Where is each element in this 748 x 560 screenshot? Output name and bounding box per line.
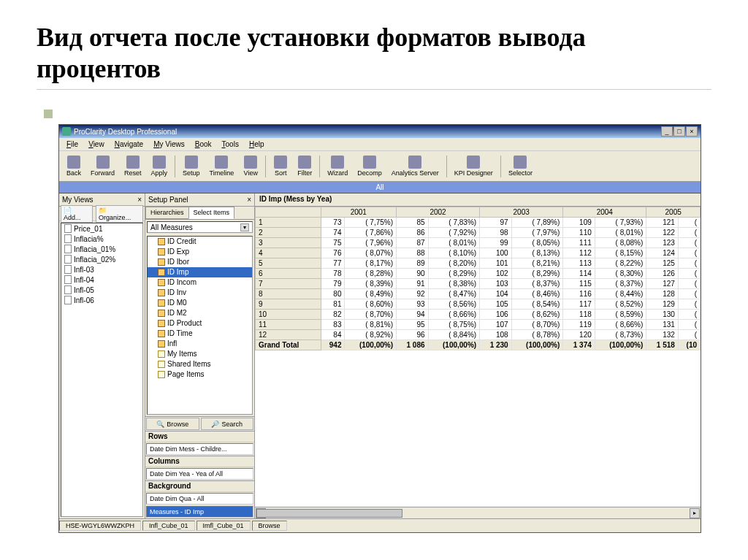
row-header[interactable]: 9 — [256, 299, 321, 310]
toolbar-view-button[interactable]: View — [239, 155, 262, 177]
row-header[interactable]: 2 — [256, 228, 321, 238]
menu-book[interactable]: Book — [191, 139, 216, 149]
close-icon[interactable]: × — [247, 196, 251, 204]
toolbar-filter-button[interactable]: Filter — [293, 155, 316, 177]
list-item[interactable]: Inflacia% — [61, 234, 142, 244]
background-value-selected[interactable]: Measures - ID Imp — [146, 506, 253, 518]
toolbar-kpi-designer-button[interactable]: KPI Designer — [450, 155, 497, 177]
row-header[interactable]: 12 — [256, 330, 321, 340]
cell-pct: ( 8,21%) — [511, 258, 563, 269]
column-header[interactable]: 2001 — [321, 207, 396, 218]
cell-value: 76 — [321, 248, 345, 258]
tree-item[interactable]: ID Imp — [148, 267, 252, 277]
list-item[interactable]: Inflacia_02% — [61, 254, 142, 264]
columns-value[interactable]: Date Dim Yea - Yea of All — [146, 468, 253, 480]
tree-item[interactable]: ID Time — [148, 329, 252, 339]
toolbar-reset-button[interactable]: Reset — [120, 155, 146, 177]
tab-select-items[interactable]: Select Items — [188, 207, 235, 219]
row-header[interactable]: 1 — [256, 218, 321, 228]
measures-combo[interactable]: All Measures▾ — [147, 221, 253, 233]
toolbar-decomp-button[interactable]: Decomp — [353, 155, 386, 177]
tree-item[interactable]: Shared Items — [148, 359, 252, 369]
background-value[interactable]: Date Dim Qua - All — [146, 493, 253, 505]
horizontal-scrollbar[interactable]: ◂ ▸ — [255, 507, 701, 518]
column-header[interactable]: 2003 — [480, 207, 563, 218]
cell-value: 82 — [321, 310, 345, 320]
menu-navigate[interactable]: Navigate — [110, 139, 148, 149]
add-view-button[interactable]: 📄 Add... — [61, 205, 93, 223]
row-header[interactable]: 4 — [256, 248, 321, 258]
toolbar-sort-button[interactable]: Sort — [269, 155, 292, 177]
toolbar-selector-button[interactable]: Selector — [504, 155, 537, 177]
row-header[interactable]: 5 — [256, 258, 321, 269]
row-header[interactable]: 7 — [256, 279, 321, 289]
statusbar: HSE-WGYL6WWZKPHInfl_Cube_01Imfl_Cube_01B… — [59, 518, 701, 532]
cell-value: 83 — [321, 320, 345, 330]
toolbar-wizard-button[interactable]: Wizard — [323, 155, 352, 177]
tree-item[interactable]: Page Items — [148, 369, 252, 380]
tree-item[interactable]: ID Product — [148, 318, 252, 329]
tree-item[interactable]: ID Incom — [148, 277, 252, 288]
close-icon[interactable]: × — [137, 196, 142, 204]
tree-item[interactable]: ID Inv — [148, 288, 252, 298]
close-button[interactable]: × — [686, 126, 698, 137]
row-header[interactable]: 3 — [256, 238, 321, 248]
cell-pct: ( 8,52%) — [595, 299, 646, 310]
timeline-icon — [215, 156, 228, 169]
tree-item[interactable]: ID M2 — [148, 308, 252, 318]
row-header[interactable]: 10 — [256, 310, 321, 320]
rows-value[interactable]: Date Dim Mess - Childre... — [146, 443, 253, 455]
scroll-thumb[interactable] — [256, 509, 402, 518]
row-header[interactable]: 8 — [256, 289, 321, 299]
organize-button[interactable]: 📁 Organize... — [96, 205, 143, 223]
menu-view[interactable]: View — [84, 139, 109, 149]
tab-hierarchies[interactable]: Hierarchies — [145, 207, 189, 219]
column-header[interactable]: 2002 — [397, 207, 480, 218]
data-grid-panel: ID Imp (Mess by Yea) 2001200220032004200… — [255, 193, 701, 518]
toolbar-timeline-button[interactable]: Timeline — [205, 155, 239, 177]
row-header[interactable]: 6 — [256, 269, 321, 279]
minimize-button[interactable]: _ — [661, 126, 673, 137]
list-item[interactable]: Infl-05 — [61, 285, 142, 295]
cell-pct: ( — [678, 330, 700, 340]
cell-value: 95 — [397, 320, 429, 330]
total-value: 1 518 — [646, 340, 679, 350]
browse-button[interactable]: 🔍 Browse — [146, 418, 199, 430]
toolbar-forward-button[interactable]: Forward — [86, 155, 119, 177]
list-item[interactable]: Inflacia_01% — [61, 244, 142, 254]
total-pct: (100,00%) — [511, 340, 563, 350]
tree-item[interactable]: ID Ibor — [148, 257, 252, 267]
titlebar: ProClarity Desktop Professional _ □ × — [59, 125, 701, 138]
toolbar-setup-button[interactable]: Setup — [178, 155, 205, 177]
maximize-button[interactable]: □ — [673, 126, 685, 137]
back-icon — [67, 156, 80, 169]
setup-header: Setup Panel × — [145, 193, 254, 207]
cell-value: 98 — [480, 228, 512, 238]
list-item[interactable]: Infl-04 — [61, 275, 142, 285]
list-item[interactable]: Infl-06 — [61, 295, 142, 305]
menu-my-views[interactable]: My Views — [149, 139, 189, 149]
separator — [500, 156, 501, 177]
column-header[interactable]: 2005 — [646, 207, 701, 218]
row-header[interactable]: 11 — [256, 320, 321, 330]
toolbar-back-button[interactable]: Back — [62, 155, 85, 177]
menu-file[interactable]: File — [62, 139, 83, 149]
list-item[interactable]: Price_01 — [61, 223, 142, 234]
toolbar-analytics-server-button[interactable]: Analytics Server — [387, 155, 443, 177]
menu-tools[interactable]: Tools — [218, 139, 243, 149]
column-header[interactable]: 2004 — [563, 207, 646, 218]
cell-value: 116 — [563, 289, 595, 299]
tree-item[interactable]: ID M0 — [148, 298, 252, 308]
cell-value: 131 — [646, 320, 679, 330]
tree-item[interactable]: ID Credit — [148, 237, 252, 247]
toolbar-apply-button[interactable]: Apply — [147, 155, 172, 177]
search-button[interactable]: 🔎 Search — [201, 418, 254, 430]
tree-item[interactable]: Infl — [148, 339, 252, 349]
scroll-right-icon[interactable]: ▸ — [690, 508, 700, 518]
menu-help[interactable]: Help — [245, 139, 269, 149]
list-item[interactable]: Infl-03 — [61, 264, 142, 275]
file-icon — [64, 224, 72, 233]
tree-item[interactable]: ID Exp — [148, 247, 252, 257]
chevron-down-icon[interactable]: ▾ — [240, 223, 249, 231]
tree-item[interactable]: My Items — [148, 349, 252, 359]
